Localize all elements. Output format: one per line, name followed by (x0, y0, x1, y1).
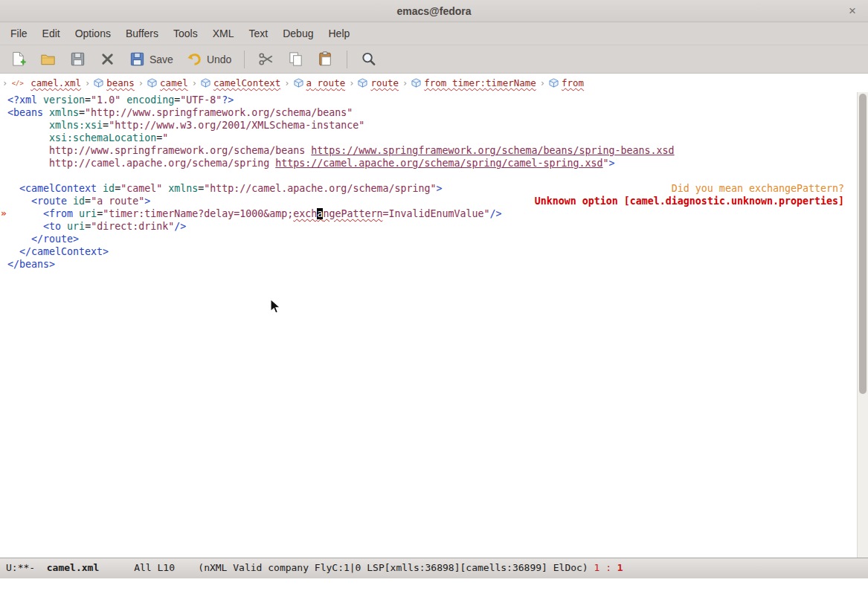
editor[interactable]: <?xml version="1.0" encoding="UTF-8"?><b… (0, 92, 868, 558)
xml-file-icon: </> (11, 78, 28, 88)
undo-button[interactable]: Undo (182, 48, 235, 70)
breadcrumb-item-from[interactable]: from (549, 77, 584, 88)
breadcrumb-separator-icon: › (402, 78, 408, 88)
breadcrumb-item-camelcontext[interactable]: camelContext (201, 77, 280, 88)
breadcrumb-separator-icon: › (2, 78, 7, 88)
code-line-5[interactable]: http://www.springframework.org/schema/be… (7, 144, 856, 157)
breadcrumb-label: from timer:timerName (424, 77, 536, 88)
search-button[interactable] (356, 48, 381, 70)
modeline-segment: U:**- (6, 562, 47, 573)
breadcrumb-item-camel[interactable]: camel (147, 77, 188, 88)
search-icon (360, 51, 377, 68)
breadcrumb-label: a route (306, 77, 346, 88)
menu-item-help[interactable]: Help (321, 22, 357, 45)
breadcrumb-separator-icon: › (349, 78, 354, 88)
modeline-segment: camel.xml (47, 562, 99, 573)
modeline-segment: All L10 (nXML Valid company FlyC:1|0 LSP… (99, 562, 594, 573)
mouse-cursor (270, 299, 285, 316)
sideline-error: Unknown option [camel.diagnostic.unknown… (535, 195, 844, 207)
menu-item-edit[interactable]: Edit (35, 22, 68, 45)
breadcrumb-label: beans (106, 77, 135, 88)
code-line-11[interactable]: <to uri="direct:drink"/> (7, 220, 856, 233)
toolbar-separator (347, 51, 347, 68)
code-area[interactable]: <?xml version="1.0" encoding="UTF-8"?><b… (0, 92, 856, 271)
new-file-button[interactable] (6, 48, 30, 70)
menu-item-xml[interactable]: XML (205, 22, 242, 45)
save-file-button[interactable] (65, 48, 90, 70)
menu-item-options[interactable]: Options (68, 22, 118, 45)
breadcrumb-separator-icon: › (85, 78, 90, 88)
breadcrumb-item-beans[interactable]: beans (94, 77, 135, 88)
undo-button-label: Undo (207, 54, 231, 65)
cube-icon (147, 78, 157, 88)
emacs-window: emacs@fedora × FileEditOptionsBuffersToo… (0, 0, 868, 594)
code-line-1[interactable]: <?xml version="1.0" encoding="UTF-8"?> (7, 94, 856, 106)
cut-button[interactable] (254, 48, 278, 70)
close-buffer-button[interactable] (95, 48, 120, 70)
modeline-segment: 1 (617, 562, 623, 573)
code-line-4[interactable]: xsi:schemaLocation=" (7, 132, 856, 144)
undo-arrow-icon (186, 51, 203, 68)
breadcrumb-item-camel-xml[interactable]: </>camel.xml (11, 77, 81, 88)
code-line-10[interactable]: <from uri="timer:timerName?delay=1000&am… (7, 207, 856, 220)
close-window-icon[interactable]: × (844, 4, 861, 19)
menu-item-buffers[interactable]: Buffers (118, 22, 166, 45)
cube-icon (294, 78, 303, 88)
mode-line: U:**- camel.xml All L10 (nXML Valid comp… (0, 558, 868, 578)
scrollbar[interactable] (857, 92, 868, 558)
floppy-icon (69, 51, 86, 68)
paste-icon (317, 51, 334, 68)
code-line-14[interactable]: </beans> (7, 258, 856, 271)
new-file-icon (10, 51, 27, 68)
code-line-3[interactable]: xmlns:xsi="http://www.w3.org/2001/XMLSch… (7, 119, 856, 132)
open-file-button[interactable] (36, 48, 60, 70)
echo-area[interactable] (0, 578, 868, 594)
save-floppy-icon (129, 51, 146, 68)
breadcrumb-item-route[interactable]: route (358, 77, 399, 88)
copy-button[interactable] (283, 48, 308, 70)
breadcrumb-label: camelContext (213, 77, 280, 88)
error-fringe-marker-icon: » (1, 207, 7, 219)
breadcrumb-label: camel.xml (30, 77, 81, 88)
close-x-icon (99, 51, 116, 68)
breadcrumb-separator-icon: › (138, 78, 144, 88)
window-title: emacs@fedora (396, 5, 471, 17)
cube-icon (549, 78, 559, 88)
menu-item-file[interactable]: File (3, 22, 35, 45)
menu-item-debug[interactable]: Debug (275, 22, 321, 45)
save-button[interactable]: Save (125, 48, 177, 70)
breadcrumb: ›</>camel.xml›beans›camel›camelContext›a… (0, 74, 868, 92)
cube-icon (411, 78, 421, 88)
scissors-icon (257, 51, 274, 68)
code-line-7[interactable] (7, 170, 856, 182)
menu-bar: FileEditOptionsBuffersToolsXMLTextDebugH… (0, 22, 868, 45)
toolbar: SaveUndo (0, 45, 868, 74)
sideline-hint: Did you mean exchangePattern? (672, 182, 844, 195)
cube-icon (94, 78, 103, 88)
menu-item-text[interactable]: Text (242, 22, 276, 45)
modeline-segment: 1 : (594, 562, 617, 573)
cube-icon (201, 78, 210, 88)
breadcrumb-item-a-route[interactable]: a route (294, 77, 346, 88)
toolbar-separator (244, 51, 245, 68)
code-line-12[interactable]: </route> (7, 233, 856, 245)
code-line-2[interactable]: <beans xmlns="http://www.springframework… (7, 106, 856, 119)
scrollbar-thumb[interactable] (859, 94, 867, 394)
menu-item-tools[interactable]: Tools (166, 22, 205, 45)
title-bar: emacs@fedora × (0, 0, 868, 22)
breadcrumb-separator-icon: › (284, 78, 289, 88)
open-folder-icon (39, 51, 57, 68)
paste-button[interactable] (313, 48, 338, 70)
breadcrumb-separator-icon: › (540, 78, 545, 88)
save-button-label: Save (150, 54, 173, 65)
copy-icon (287, 51, 304, 68)
code-line-6[interactable]: http://camel.apache.org/schema/spring ht… (7, 157, 856, 170)
code-line-13[interactable]: </camelContext> (7, 245, 856, 258)
breadcrumb-label: route (370, 77, 399, 88)
cube-icon (358, 78, 367, 88)
breadcrumb-label: from (562, 77, 584, 88)
breadcrumb-item-from-timer-timername[interactable]: from timer:timerName (411, 77, 536, 88)
breadcrumb-separator-icon: › (192, 78, 197, 88)
svg-text:</>: </> (12, 80, 24, 87)
breadcrumb-label: camel (160, 77, 188, 88)
